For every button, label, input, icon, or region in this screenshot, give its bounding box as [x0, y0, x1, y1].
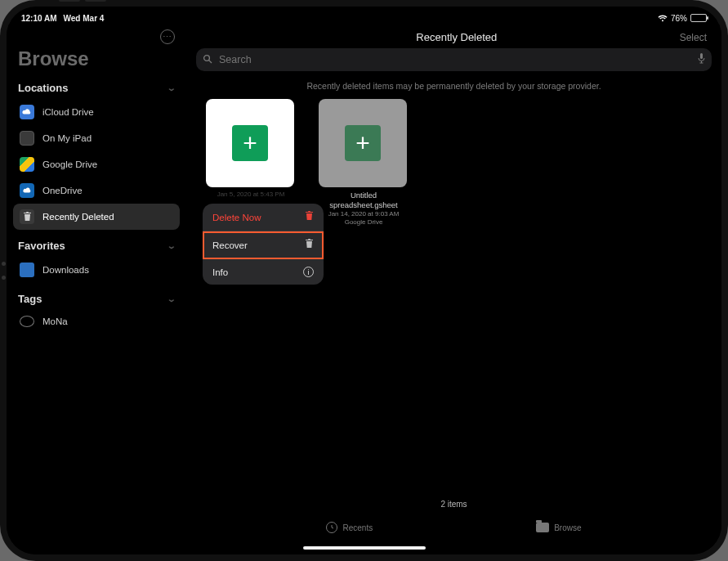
- home-indicator[interactable]: [303, 546, 426, 550]
- sidebar-item-on-my-ipad[interactable]: On My iPad: [13, 125, 180, 151]
- spreadsheet-icon: +: [345, 125, 381, 161]
- google-drive-icon: [20, 157, 34, 172]
- context-menu: Delete Now Recover Info: [203, 204, 324, 285]
- tags-header[interactable]: Tags ⌄: [7, 289, 186, 308]
- bottom-tab-bar: Recents Browse: [186, 515, 721, 540]
- status-time: 12:10 AM: [21, 14, 57, 23]
- svg-line-1: [209, 60, 212, 62]
- deletion-hint: Recently deleted items may be permanentl…: [186, 78, 721, 99]
- cloud-icon: [20, 105, 34, 119]
- trash-icon: [20, 209, 34, 224]
- search-input[interactable]: [219, 54, 691, 65]
- svg-point-0: [204, 55, 210, 61]
- more-options-button[interactable]: ⋯: [160, 29, 175, 44]
- chevron-down-icon: ⌄: [167, 241, 176, 250]
- folder-icon: [536, 523, 549, 532]
- context-info[interactable]: Info i: [203, 259, 324, 285]
- file-location: Google Drive: [319, 218, 409, 227]
- sidebar-item-downloads[interactable]: Downloads: [13, 257, 180, 283]
- file-item[interactable]: + Untitled spreadsheet.gsheet Jan 14, 20…: [319, 99, 409, 227]
- search-icon: [203, 54, 212, 66]
- wifi-icon: [658, 15, 668, 22]
- tab-browse[interactable]: Browse: [536, 515, 581, 540]
- chevron-down-icon: ⌄: [167, 294, 176, 303]
- status-date: Wed Mar 4: [64, 14, 105, 23]
- trash-icon: [305, 211, 314, 223]
- main-panel: Recently Deleted Select Recently deleted…: [186, 25, 721, 554]
- folder-icon: [20, 263, 34, 277]
- locations-header[interactable]: Locations ⌄: [7, 79, 186, 97]
- item-count: 2 items: [186, 500, 721, 509]
- file-thumbnail: +: [319, 99, 407, 187]
- dictation-icon[interactable]: [698, 53, 705, 66]
- page-title: Recently Deleted: [234, 31, 680, 43]
- svg-rect-2: [700, 53, 703, 59]
- context-delete-now[interactable]: Delete Now: [203, 204, 324, 231]
- tab-recents[interactable]: Recents: [326, 515, 373, 540]
- file-name: Untitled spreadsheet.gsheet: [319, 191, 409, 210]
- battery-icon: [690, 14, 707, 22]
- file-date: Jan 5, 2020 at 5:43 PM: [206, 191, 296, 199]
- sidebar-item-tag-mona[interactable]: MoNa: [13, 310, 180, 333]
- sidebar-item-google-drive[interactable]: Google Drive: [13, 151, 180, 177]
- battery-percent: 76%: [671, 14, 687, 23]
- context-recover[interactable]: Recover: [203, 231, 324, 259]
- tag-circle-icon: [20, 316, 34, 327]
- browse-title: Browse: [7, 47, 186, 79]
- file-thumbnail: +: [206, 99, 294, 187]
- sidebar: ⋯ Browse Locations ⌄ iCloud Drive: [7, 25, 186, 554]
- onedrive-icon: [20, 183, 34, 198]
- file-date: Jan 14, 2020 at 9:03 AM: [319, 210, 409, 218]
- select-button[interactable]: Select: [680, 32, 707, 43]
- sidebar-item-recently-deleted[interactable]: Recently Deleted: [13, 204, 180, 230]
- sidebar-item-icloud-drive[interactable]: iCloud Drive: [13, 99, 180, 125]
- clock-icon: [326, 522, 337, 533]
- search-bar[interactable]: [196, 48, 712, 71]
- spreadsheet-icon: +: [232, 125, 268, 161]
- file-item[interactable]: + Jan 5, 2020 at 5:43 PM: [206, 99, 296, 199]
- ipad-icon: [20, 131, 34, 146]
- chevron-down-icon: ⌄: [167, 83, 176, 92]
- sidebar-item-onedrive[interactable]: OneDrive: [13, 177, 180, 204]
- info-icon: i: [303, 267, 314, 277]
- trash-icon: [305, 239, 314, 251]
- status-bar: 12:10 AM Wed Mar 4 76%: [7, 7, 721, 25]
- favorites-header[interactable]: Favorites ⌄: [7, 236, 186, 255]
